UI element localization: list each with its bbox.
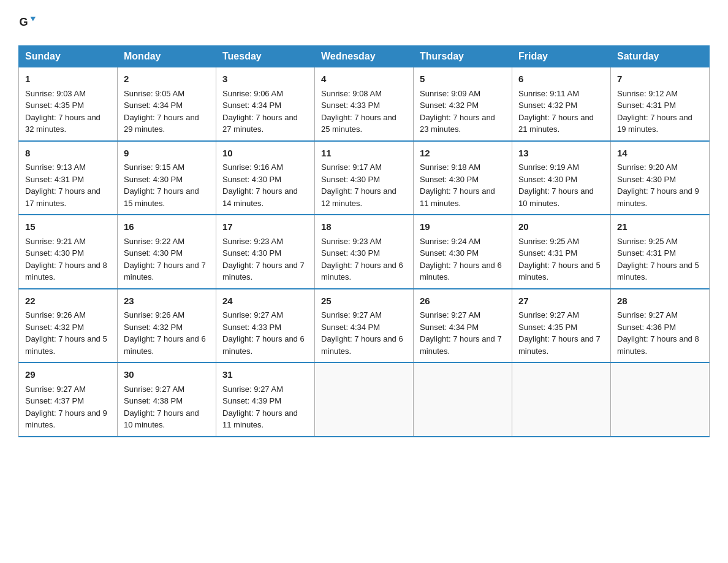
sunset: Sunset: 4:35 PM — [25, 101, 84, 110]
week-row-5: 29Sunrise: 9:27 AMSunset: 4:37 PMDayligh… — [19, 362, 710, 437]
sunset: Sunset: 4:30 PM — [321, 175, 380, 184]
logo-icon: G — [18, 13, 36, 31]
day-number: 21 — [617, 220, 703, 234]
daylight: Daylight: 7 hours and 5 minutes. — [25, 334, 107, 356]
daylight: Daylight: 7 hours and 7 minutes. — [518, 334, 601, 356]
calendar-cell: 3Sunrise: 9:06 AMSunset: 4:34 PMDaylight… — [216, 67, 315, 141]
sunrise: Sunrise: 9:18 AM — [420, 163, 480, 172]
daylight: Daylight: 7 hours and 9 minutes. — [25, 408, 107, 430]
daylight: Daylight: 7 hours and 9 minutes. — [617, 186, 699, 208]
day-number: 29 — [25, 368, 111, 382]
calendar-cell: 10Sunrise: 9:16 AMSunset: 4:30 PMDayligh… — [216, 141, 315, 215]
sunset: Sunset: 4:33 PM — [222, 323, 281, 332]
calendar-cell: 24Sunrise: 9:27 AMSunset: 4:33 PMDayligh… — [216, 289, 315, 363]
day-number: 7 — [617, 72, 703, 86]
day-number: 30 — [124, 368, 210, 382]
week-row-3: 15Sunrise: 9:21 AMSunset: 4:30 PMDayligh… — [19, 215, 710, 289]
sunrise: Sunrise: 9:26 AM — [25, 310, 86, 320]
daylight: Daylight: 7 hours and 6 minutes. — [124, 334, 206, 356]
sunset: Sunset: 4:39 PM — [222, 396, 281, 405]
calendar-header-row: SundayMondayTuesdayWednesdayThursdayFrid… — [19, 46, 710, 67]
daylight: Daylight: 7 hours and 15 minutes. — [124, 186, 199, 208]
sunrise: Sunrise: 9:16 AM — [222, 163, 283, 172]
daylight: Daylight: 7 hours and 5 minutes. — [518, 261, 601, 282]
daylight: Daylight: 7 hours and 19 minutes. — [617, 113, 692, 134]
daylight: Daylight: 7 hours and 7 minutes. — [420, 334, 502, 356]
sunrise: Sunrise: 9:15 AM — [124, 163, 184, 172]
sunset: Sunset: 4:33 PM — [321, 101, 380, 110]
sunset: Sunset: 4:30 PM — [518, 175, 577, 184]
day-number: 1 — [25, 72, 111, 86]
calendar-cell: 29Sunrise: 9:27 AMSunset: 4:37 PMDayligh… — [19, 362, 118, 437]
header-wednesday: Wednesday — [315, 46, 414, 67]
sunset: Sunset: 4:36 PM — [617, 323, 676, 332]
daylight: Daylight: 7 hours and 17 minutes. — [25, 186, 100, 208]
calendar-cell: 1Sunrise: 9:03 AMSunset: 4:35 PMDaylight… — [19, 67, 118, 141]
daylight: Daylight: 7 hours and 11 minutes. — [420, 186, 495, 208]
daylight: Daylight: 7 hours and 6 minutes. — [321, 334, 403, 356]
calendar-cell: 23Sunrise: 9:26 AMSunset: 4:32 PMDayligh… — [118, 289, 216, 363]
calendar-cell: 28Sunrise: 9:27 AMSunset: 4:36 PMDayligh… — [611, 289, 710, 363]
sunrise: Sunrise: 9:03 AM — [25, 89, 86, 98]
sunrise: Sunrise: 9:27 AM — [124, 385, 184, 394]
daylight: Daylight: 7 hours and 27 minutes. — [222, 113, 298, 134]
calendar-cell: 22Sunrise: 9:26 AMSunset: 4:32 PMDayligh… — [19, 289, 118, 363]
daylight: Daylight: 7 hours and 7 minutes. — [222, 261, 305, 282]
day-number: 20 — [518, 220, 604, 234]
day-number: 27 — [518, 294, 604, 308]
sunrise: Sunrise: 9:19 AM — [518, 163, 579, 172]
day-number: 19 — [420, 220, 506, 234]
calendar-cell: 5Sunrise: 9:09 AMSunset: 4:32 PMDaylight… — [414, 67, 512, 141]
daylight: Daylight: 7 hours and 10 minutes. — [124, 408, 199, 430]
day-number: 11 — [321, 147, 407, 161]
sunset: Sunset: 4:31 PM — [617, 248, 676, 258]
daylight: Daylight: 7 hours and 21 minutes. — [518, 113, 594, 134]
sunrise: Sunrise: 9:27 AM — [222, 310, 283, 320]
sunrise: Sunrise: 9:25 AM — [617, 237, 678, 246]
sunset: Sunset: 4:30 PM — [420, 248, 479, 258]
sunset: Sunset: 4:34 PM — [420, 323, 479, 332]
day-number: 10 — [222, 147, 308, 161]
day-number: 3 — [222, 72, 308, 86]
day-number: 31 — [222, 368, 308, 382]
sunset: Sunset: 4:31 PM — [25, 175, 84, 184]
sunrise: Sunrise: 9:27 AM — [420, 310, 480, 320]
sunrise: Sunrise: 9:27 AM — [25, 385, 86, 394]
calendar-cell: 17Sunrise: 9:23 AMSunset: 4:30 PMDayligh… — [216, 215, 315, 289]
sunrise: Sunrise: 9:27 AM — [222, 385, 283, 394]
calendar-cell: 13Sunrise: 9:19 AMSunset: 4:30 PMDayligh… — [512, 141, 611, 215]
sunset: Sunset: 4:30 PM — [124, 175, 183, 184]
sunrise: Sunrise: 9:23 AM — [222, 237, 283, 246]
sunset: Sunset: 4:31 PM — [617, 101, 676, 110]
calendar-cell: 12Sunrise: 9:18 AMSunset: 4:30 PMDayligh… — [414, 141, 512, 215]
daylight: Daylight: 7 hours and 7 minutes. — [124, 261, 206, 282]
sunset: Sunset: 4:32 PM — [518, 101, 577, 110]
week-row-2: 8Sunrise: 9:13 AMSunset: 4:31 PMDaylight… — [19, 141, 710, 215]
sunset: Sunset: 4:30 PM — [222, 175, 281, 184]
daylight: Daylight: 7 hours and 6 minutes. — [222, 334, 305, 356]
header-monday: Monday — [118, 46, 216, 67]
day-number: 8 — [25, 147, 111, 161]
day-number: 26 — [420, 294, 506, 308]
calendar-cell: 18Sunrise: 9:23 AMSunset: 4:30 PMDayligh… — [315, 215, 414, 289]
sunset: Sunset: 4:30 PM — [420, 175, 479, 184]
sunrise: Sunrise: 9:12 AM — [617, 89, 678, 98]
daylight: Daylight: 7 hours and 25 minutes. — [321, 113, 396, 134]
day-number: 23 — [124, 294, 210, 308]
day-number: 4 — [321, 72, 407, 86]
sunrise: Sunrise: 9:21 AM — [25, 237, 86, 246]
sunset: Sunset: 4:34 PM — [124, 101, 183, 110]
calendar-cell: 30Sunrise: 9:27 AMSunset: 4:38 PMDayligh… — [118, 362, 216, 437]
calendar-cell — [414, 362, 512, 437]
day-number: 22 — [25, 294, 111, 308]
day-number: 6 — [518, 72, 604, 86]
sunrise: Sunrise: 9:27 AM — [518, 310, 579, 320]
sunset: Sunset: 4:37 PM — [25, 396, 84, 405]
day-number: 12 — [420, 147, 506, 161]
sunset: Sunset: 4:34 PM — [321, 323, 380, 332]
svg-marker-1 — [31, 17, 36, 21]
svg-text:G: G — [19, 16, 28, 28]
calendar-cell — [512, 362, 611, 437]
header-friday: Friday — [512, 46, 611, 67]
day-number: 16 — [124, 220, 210, 234]
